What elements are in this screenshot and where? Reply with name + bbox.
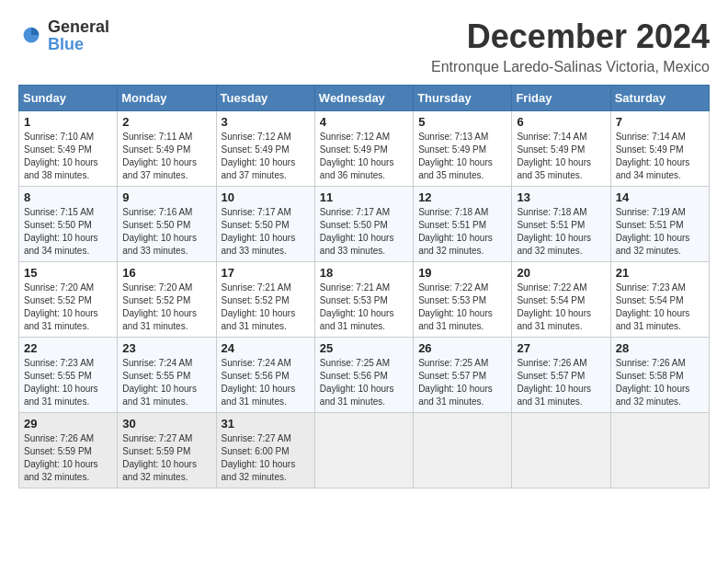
calendar-cell: 10Sunrise: 7:17 AMSunset: 5:50 PMDayligh… <box>216 186 314 261</box>
day-info: Sunrise: 7:24 AMSunset: 5:56 PMDaylight:… <box>222 357 310 408</box>
day-info: Sunrise: 7:25 AMSunset: 5:56 PMDaylight:… <box>320 357 408 408</box>
day-number: 3 <box>222 115 310 129</box>
calendar-week-row: 1Sunrise: 7:10 AMSunset: 5:49 PMDaylight… <box>19 110 710 186</box>
calendar-week-row: 8Sunrise: 7:15 AMSunset: 5:50 PMDaylight… <box>19 186 710 261</box>
day-info: Sunrise: 7:27 AMSunset: 6:00 PMDaylight:… <box>222 432 310 484</box>
day-number: 22 <box>24 341 112 355</box>
calendar-cell: 19Sunrise: 7:22 AMSunset: 5:53 PMDayligh… <box>414 261 512 337</box>
logo-icon <box>18 23 44 49</box>
day-number: 10 <box>222 190 310 204</box>
day-info: Sunrise: 7:21 AMSunset: 5:53 PMDaylight:… <box>320 282 408 333</box>
day-number: 11 <box>320 190 408 204</box>
day-number: 1 <box>24 115 112 129</box>
calendar-cell: 7Sunrise: 7:14 AMSunset: 5:49 PMDaylight… <box>610 110 709 186</box>
day-info: Sunrise: 7:11 AMSunset: 5:49 PMDaylight:… <box>122 131 210 182</box>
day-number: 23 <box>122 341 210 355</box>
day-number: 12 <box>418 190 506 204</box>
page-header: General Blue December 2024 Entronque Lar… <box>18 18 710 75</box>
calendar-table: SundayMondayTuesdayWednesdayThursdayFrid… <box>18 85 710 488</box>
day-info: Sunrise: 7:12 AMSunset: 5:49 PMDaylight:… <box>222 131 310 182</box>
day-info: Sunrise: 7:10 AMSunset: 5:49 PMDaylight:… <box>24 131 112 182</box>
day-number: 28 <box>616 341 704 355</box>
day-number: 16 <box>122 266 210 280</box>
calendar-cell: 31Sunrise: 7:27 AMSunset: 6:00 PMDayligh… <box>216 412 314 488</box>
calendar-cell: 29Sunrise: 7:26 AMSunset: 5:59 PMDayligh… <box>19 412 118 488</box>
calendar-week-row: 29Sunrise: 7:26 AMSunset: 5:59 PMDayligh… <box>19 412 710 488</box>
header-friday: Friday <box>512 85 610 110</box>
logo-blue-text: Blue <box>48 36 109 53</box>
calendar-cell: 15Sunrise: 7:20 AMSunset: 5:52 PMDayligh… <box>19 261 118 337</box>
calendar-cell: 25Sunrise: 7:25 AMSunset: 5:56 PMDayligh… <box>314 337 413 412</box>
day-number: 15 <box>24 266 112 280</box>
day-number: 24 <box>222 341 310 355</box>
day-info: Sunrise: 7:17 AMSunset: 5:50 PMDaylight:… <box>222 206 310 258</box>
calendar-cell: 17Sunrise: 7:21 AMSunset: 5:52 PMDayligh… <box>216 261 314 337</box>
calendar-cell: 4Sunrise: 7:12 AMSunset: 5:49 PMDaylight… <box>314 110 413 186</box>
calendar-cell: 28Sunrise: 7:26 AMSunset: 5:58 PMDayligh… <box>610 337 709 412</box>
header-saturday: Saturday <box>610 85 709 110</box>
header-monday: Monday <box>118 85 216 110</box>
day-info: Sunrise: 7:20 AMSunset: 5:52 PMDaylight:… <box>122 282 210 333</box>
day-number: 31 <box>222 417 310 431</box>
day-info: Sunrise: 7:17 AMSunset: 5:50 PMDaylight:… <box>320 206 408 258</box>
day-number: 17 <box>222 266 310 280</box>
day-number: 19 <box>418 266 506 280</box>
logo-general-text: General <box>48 18 109 36</box>
day-number: 7 <box>616 115 704 129</box>
day-number: 30 <box>122 417 210 431</box>
calendar-cell: 5Sunrise: 7:13 AMSunset: 5:49 PMDaylight… <box>414 110 512 186</box>
calendar-cell: 6Sunrise: 7:14 AMSunset: 5:49 PMDaylight… <box>512 110 610 186</box>
calendar-cell: 16Sunrise: 7:20 AMSunset: 5:52 PMDayligh… <box>118 261 216 337</box>
day-info: Sunrise: 7:23 AMSunset: 5:54 PMDaylight:… <box>616 282 704 333</box>
day-info: Sunrise: 7:24 AMSunset: 5:55 PMDaylight:… <box>122 357 210 408</box>
calendar-cell: 2Sunrise: 7:11 AMSunset: 5:49 PMDaylight… <box>118 110 216 186</box>
calendar-cell: 21Sunrise: 7:23 AMSunset: 5:54 PMDayligh… <box>610 261 709 337</box>
day-number: 29 <box>24 417 112 431</box>
day-number: 5 <box>418 115 506 129</box>
calendar-cell: 27Sunrise: 7:26 AMSunset: 5:57 PMDayligh… <box>512 337 610 412</box>
day-number: 13 <box>517 190 605 204</box>
day-info: Sunrise: 7:19 AMSunset: 5:51 PMDaylight:… <box>616 206 704 258</box>
day-number: 8 <box>24 190 112 204</box>
day-info: Sunrise: 7:26 AMSunset: 5:58 PMDaylight:… <box>616 357 704 408</box>
day-number: 18 <box>320 266 408 280</box>
day-info: Sunrise: 7:22 AMSunset: 5:54 PMDaylight:… <box>517 282 605 333</box>
calendar-cell <box>414 412 512 488</box>
calendar-cell: 14Sunrise: 7:19 AMSunset: 5:51 PMDayligh… <box>610 186 709 261</box>
day-info: Sunrise: 7:14 AMSunset: 5:49 PMDaylight:… <box>616 131 704 182</box>
logo: General Blue <box>18 18 109 53</box>
calendar-cell: 26Sunrise: 7:25 AMSunset: 5:57 PMDayligh… <box>414 337 512 412</box>
day-info: Sunrise: 7:23 AMSunset: 5:55 PMDaylight:… <box>24 357 112 408</box>
day-number: 4 <box>320 115 408 129</box>
calendar-cell: 3Sunrise: 7:12 AMSunset: 5:49 PMDaylight… <box>216 110 314 186</box>
day-info: Sunrise: 7:18 AMSunset: 5:51 PMDaylight:… <box>418 206 506 258</box>
day-number: 6 <box>517 115 605 129</box>
calendar-header-row: SundayMondayTuesdayWednesdayThursdayFrid… <box>19 85 710 110</box>
day-info: Sunrise: 7:27 AMSunset: 5:59 PMDaylight:… <box>122 432 210 484</box>
calendar-cell <box>610 412 709 488</box>
day-info: Sunrise: 7:15 AMSunset: 5:50 PMDaylight:… <box>24 206 112 258</box>
day-info: Sunrise: 7:14 AMSunset: 5:49 PMDaylight:… <box>517 131 605 182</box>
calendar-cell: 18Sunrise: 7:21 AMSunset: 5:53 PMDayligh… <box>314 261 413 337</box>
day-info: Sunrise: 7:20 AMSunset: 5:52 PMDaylight:… <box>24 282 112 333</box>
day-info: Sunrise: 7:25 AMSunset: 5:57 PMDaylight:… <box>418 357 506 408</box>
calendar-cell: 20Sunrise: 7:22 AMSunset: 5:54 PMDayligh… <box>512 261 610 337</box>
title-area: December 2024 Entronque Laredo-Salinas V… <box>431 18 710 75</box>
header-tuesday: Tuesday <box>216 85 314 110</box>
day-info: Sunrise: 7:18 AMSunset: 5:51 PMDaylight:… <box>517 206 605 258</box>
day-info: Sunrise: 7:13 AMSunset: 5:49 PMDaylight:… <box>418 131 506 182</box>
header-wednesday: Wednesday <box>314 85 413 110</box>
day-number: 20 <box>517 266 605 280</box>
day-number: 26 <box>418 341 506 355</box>
calendar-cell: 1Sunrise: 7:10 AMSunset: 5:49 PMDaylight… <box>19 110 118 186</box>
calendar-cell: 23Sunrise: 7:24 AMSunset: 5:55 PMDayligh… <box>118 337 216 412</box>
day-info: Sunrise: 7:26 AMSunset: 5:57 PMDaylight:… <box>517 357 605 408</box>
calendar-cell: 30Sunrise: 7:27 AMSunset: 5:59 PMDayligh… <box>118 412 216 488</box>
day-number: 2 <box>122 115 210 129</box>
calendar-cell: 22Sunrise: 7:23 AMSunset: 5:55 PMDayligh… <box>19 337 118 412</box>
day-info: Sunrise: 7:21 AMSunset: 5:52 PMDaylight:… <box>222 282 310 333</box>
day-number: 25 <box>320 341 408 355</box>
calendar-cell: 24Sunrise: 7:24 AMSunset: 5:56 PMDayligh… <box>216 337 314 412</box>
calendar-week-row: 22Sunrise: 7:23 AMSunset: 5:55 PMDayligh… <box>19 337 710 412</box>
month-title: December 2024 <box>431 18 710 55</box>
